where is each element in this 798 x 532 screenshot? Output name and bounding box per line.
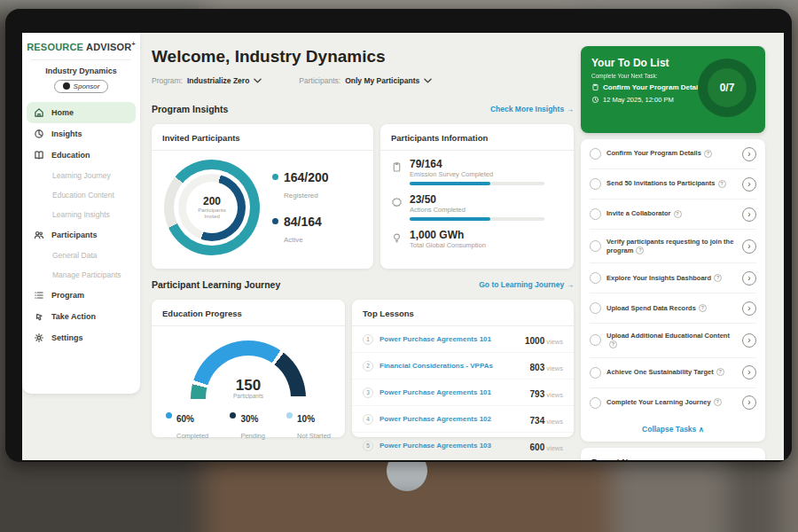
card-title: Top Lessons [352, 300, 574, 326]
org-name: Industry Dynamics [22, 66, 140, 75]
sidebar-item-education[interactable]: Education [22, 145, 140, 166]
app-logo: RESOURCE ADVISOR+ [22, 41, 140, 52]
task-go-button[interactable]: › [742, 147, 756, 161]
chevron-down-icon [424, 76, 432, 85]
sponsor-badge: Sponsor [54, 80, 109, 93]
people-icon [34, 230, 44, 240]
task-row-upload-educational-content: Upload Additional Educational Content? › [590, 324, 756, 357]
sidebar-item-education-content[interactable]: Education Content [22, 185, 140, 205]
collapse-tasks-link[interactable]: Collapse Tasks ∧ [590, 418, 756, 442]
help-icon[interactable]: ? [716, 368, 724, 376]
participants-dropdown[interactable]: Participants: Only My Participants [299, 76, 432, 85]
sidebar-item-learning-journey[interactable]: Learning Journey [22, 166, 140, 185]
legend-completed: 60%Completed [166, 410, 208, 442]
legend-not-started: 10%Not Started [286, 410, 331, 442]
recent-news-heading: Recent News [581, 448, 765, 461]
task-go-button[interactable]: › [742, 239, 756, 254]
task-checkbox[interactable] [590, 208, 601, 220]
task-row-confirm-program: Confirm Your Program Details? › [590, 139, 756, 169]
background-scene: RESOURCE ADVISOR+ Industry Dynamics Spon… [0, 0, 798, 532]
todo-header-panel: Your To Do List Complete Your Next Task:… [581, 46, 765, 133]
go-to-learning-journey-link[interactable]: Go to Learning Journey → [479, 280, 574, 289]
todo-task-list: Confirm Your Program Details? › Send 50 … [581, 139, 765, 442]
invited-participants-card: Invited Participants 200 ParticipantsInv… [152, 124, 373, 269]
help-icon[interactable]: ? [718, 180, 726, 188]
lesson-link[interactable]: Financial Considerations - VPPAs [379, 362, 524, 370]
todo-datetime: 12 May 2025, 12:00 PM [603, 96, 674, 104]
task-row-verify-participants: Verify participants requesting to join t… [590, 230, 756, 263]
task-checkbox[interactable] [590, 272, 601, 284]
invited-donut-chart: 200 ParticipantsInvited [164, 160, 260, 255]
insights-icon [34, 129, 44, 139]
clipboard-icon [591, 83, 599, 91]
page-title: Welcome, Industry Dynamics [152, 47, 386, 66]
lesson-link[interactable]: Power Purchase Agreements 103 [379, 442, 524, 450]
donut-center-value: 200 [203, 195, 221, 207]
lesson-link[interactable]: Power Purchase Agreements 102 [379, 415, 524, 423]
task-go-button[interactable]: › [742, 301, 756, 316]
task-go-button[interactable]: › [742, 177, 756, 192]
task-checkbox[interactable] [590, 302, 601, 314]
chevron-up-icon: ∧ [699, 425, 704, 434]
sidebar-item-general-data[interactable]: General Data [22, 246, 140, 265]
learning-journey-heading: Participant Learning Journey [152, 279, 280, 290]
logo-secondary: ADVISOR+ [86, 42, 136, 52]
gear-icon [34, 332, 44, 343]
help-icon[interactable]: ? [699, 304, 707, 312]
program-insights-heading: Program Insights [152, 104, 228, 114]
pending-dot [230, 412, 236, 419]
help-icon[interactable]: ? [714, 274, 722, 282]
chevron-down-icon [254, 76, 262, 85]
sidebar: RESOURCE ADVISOR+ Industry Dynamics Spon… [22, 33, 140, 394]
progress-bar [410, 182, 544, 185]
help-icon[interactable]: ? [636, 246, 644, 254]
task-row-send-invitations: Send 50 Invitations to Participants? › [590, 169, 756, 200]
task-row-explore-insights: Explore Your Insights Dashboard? › [590, 263, 756, 293]
completed-dot [166, 412, 172, 419]
task-go-button[interactable]: › [742, 395, 756, 410]
task-go-button[interactable]: › [742, 365, 756, 379]
dashboard-screen: RESOURCE ADVISOR+ Industry Dynamics Spon… [22, 33, 784, 460]
task-checkbox[interactable] [590, 178, 601, 190]
check-more-insights-link[interactable]: Check More Insights → [490, 105, 574, 113]
todo-column: Your To Do List Complete Your Next Task:… [581, 33, 765, 460]
lesson-link[interactable]: Power Purchase Agreements 101 [379, 388, 524, 396]
program-dropdown[interactable]: Program: Industrialize Zero [152, 76, 262, 85]
stat-emission-survey: 79/164 Emission Survey Completed [391, 158, 561, 185]
registered-dot [272, 174, 278, 180]
task-checkbox[interactable] [590, 240, 601, 252]
sidebar-item-settings[interactable]: Settings [22, 327, 140, 348]
legend-registered: 164/200Registered [272, 169, 329, 201]
list-icon [34, 290, 44, 301]
task-go-button[interactable]: › [742, 207, 756, 222]
top-lessons-card: Top Lessons 1 Power Purchase Agreements … [352, 300, 574, 437]
sidebar-item-learning-insights[interactable]: Learning Insights [22, 205, 140, 224]
help-icon[interactable]: ? [674, 210, 682, 218]
task-go-button[interactable]: › [742, 333, 756, 348]
sidebar-item-home[interactable]: Home [27, 102, 136, 123]
sidebar-item-insights[interactable]: Insights [22, 123, 140, 145]
help-icon[interactable]: ? [609, 340, 617, 348]
task-checkbox[interactable] [590, 334, 601, 346]
sidebar-item-take-action[interactable]: Take Action [22, 306, 140, 327]
help-icon[interactable]: ? [714, 398, 722, 406]
sidebar-item-participants[interactable]: Participants [22, 224, 140, 246]
legend-active: 84/164Active [272, 214, 329, 246]
task-go-button[interactable]: › [742, 271, 756, 286]
donut-center-label: ParticipantsInvited [198, 207, 225, 221]
logo-primary: RESOURCE [27, 42, 83, 52]
recent-news-card: Recent News [581, 448, 765, 461]
lesson-row: 2 Financial Considerations - VPPAs 803vi… [352, 353, 574, 379]
task-checkbox[interactable] [590, 148, 601, 160]
task-checkbox[interactable] [590, 367, 601, 379]
survey-icon [391, 161, 403, 173]
active-dot [272, 218, 278, 224]
sidebar-item-program[interactable]: Program [22, 285, 140, 306]
task-checkbox[interactable] [590, 397, 601, 409]
lesson-link[interactable]: Power Purchase Agreements 101 [379, 335, 519, 343]
sidebar-item-manage-participants[interactable]: Manage Participants [22, 265, 140, 285]
task-row-invite-collaborator: Invite a Collaborator? › [590, 200, 756, 230]
help-icon[interactable]: ? [704, 150, 712, 158]
divider [31, 59, 131, 60]
lesson-row: 5 Power Purchase Agreements 103 600views [352, 433, 574, 458]
